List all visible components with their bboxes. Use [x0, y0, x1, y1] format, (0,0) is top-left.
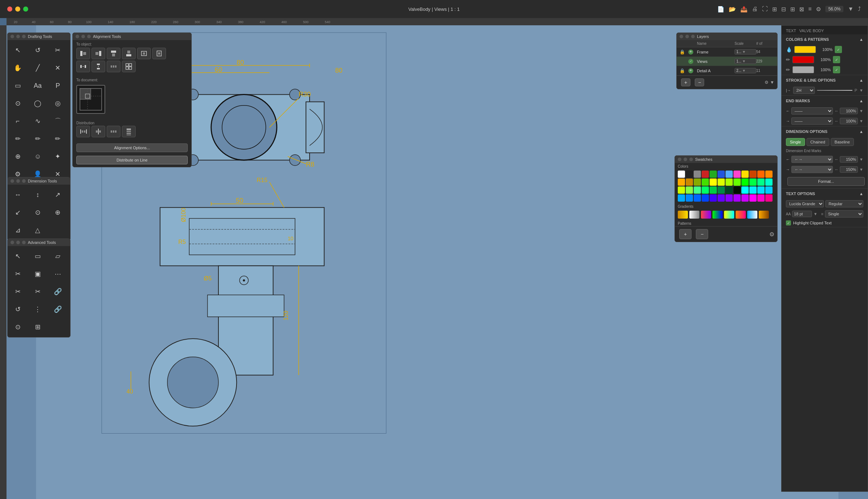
swatch-blue4[interactable]	[694, 194, 701, 202]
sw-expand-icon[interactable]	[689, 158, 693, 161]
adv-align-v-btn[interactable]: ⋮	[29, 301, 46, 318]
layers-close-icon[interactable]	[680, 35, 683, 38]
end-mark-end-size[interactable]	[840, 118, 858, 124]
swatches-settings-icon[interactable]: ⚙	[769, 231, 774, 238]
stroke-weight-select[interactable]: 2H H HB	[793, 87, 815, 94]
swatch-purple1[interactable]	[726, 194, 733, 202]
rect-tool[interactable]: ▭	[9, 77, 26, 94]
swatch-ltgrn2[interactable]	[694, 186, 701, 194]
brush-tool[interactable]: ✏	[49, 130, 67, 147]
dim-radius-btn[interactable]: ↙	[9, 204, 26, 221]
swatch-chartreuse[interactable]	[678, 186, 685, 194]
swatch-pink2[interactable]	[757, 194, 765, 202]
swatch-violet2[interactable]	[718, 194, 725, 202]
adv-crop-btn[interactable]: ▭	[29, 248, 46, 265]
swatch-purple3[interactable]	[741, 194, 749, 202]
align-equal-h-btn[interactable]	[107, 61, 120, 72]
swatch-cyan[interactable]	[741, 186, 749, 194]
settings-icon[interactable]: ⚙	[816, 6, 821, 13]
swatch-dkgrn3[interactable]	[726, 186, 733, 194]
circle-tool[interactable]: ⊙	[9, 95, 26, 112]
swatch-brightgreen[interactable]	[741, 178, 749, 186]
dim-end-start-select[interactable]: ←→ → ←	[791, 156, 833, 163]
gradient-7[interactable]	[747, 211, 757, 219]
align-hcenter-btn[interactable]	[137, 48, 151, 59]
distrib-left-btn[interactable]	[76, 126, 90, 137]
adv-link-btn[interactable]: 🔗	[49, 283, 67, 300]
swatch-emerald[interactable]	[702, 186, 709, 194]
swatch-violet1[interactable]	[710, 194, 717, 202]
layers-options-icon[interactable]: ⚙	[765, 80, 769, 85]
swatch-grn1[interactable]	[749, 178, 757, 186]
dimension-options-header[interactable]: DIMENSION OPTIONS ▲	[782, 126, 868, 137]
gradient-6[interactable]	[736, 211, 746, 219]
node-tool[interactable]: ☺	[29, 148, 46, 165]
adv-group-btn[interactable]: ▣	[29, 265, 46, 283]
end-mark-end-stepper[interactable]: ▼	[859, 119, 863, 123]
align-grid-btn[interactable]	[122, 61, 136, 72]
dim-delta-btn[interactable]: △	[29, 221, 46, 239]
stroke-color-preview[interactable]	[792, 56, 814, 63]
swatch-yelgrn3[interactable]	[733, 178, 741, 186]
distrib-vertical-btn[interactable]	[122, 126, 136, 137]
dim-close-icon[interactable]	[10, 179, 14, 183]
rotate-tool[interactable]: ↺	[29, 42, 46, 59]
adv-more-btn[interactable]: ⋯	[49, 265, 67, 283]
swatch-black[interactable]	[686, 171, 693, 178]
swatch-grn2[interactable]	[757, 178, 765, 186]
minimize-button[interactable]	[15, 7, 20, 12]
arc-tool[interactable]: ◎	[49, 95, 67, 112]
swatch-green1[interactable]	[710, 171, 717, 178]
swatch-hotpink[interactable]	[765, 194, 773, 202]
align-top-btn[interactable]	[107, 48, 120, 59]
views-scale[interactable]: 1... ▼	[735, 59, 756, 64]
print-icon[interactable]: 🖨	[752, 6, 758, 12]
add-swatch-btn[interactable]: +	[679, 229, 692, 239]
adv-expand-icon[interactable]	[22, 241, 26, 244]
crosshair-tool[interactable]: ⊕	[9, 148, 26, 165]
align-minimize-icon[interactable]	[81, 35, 85, 38]
swatch-yelgrn1[interactable]	[718, 178, 725, 186]
swatch-gray[interactable]	[694, 171, 701, 178]
gradient-4[interactable]	[712, 211, 723, 219]
adv-trim-btn[interactable]: ✂	[29, 283, 46, 300]
dim-baseline-btn[interactable]: Baseline	[831, 138, 854, 146]
frame-scale[interactable]: 1... ▼	[735, 49, 756, 55]
fill-toggle-btn[interactable]: ✓	[835, 46, 842, 53]
view2-icon[interactable]: ⊞	[790, 6, 795, 13]
doc-align-tl[interactable]	[76, 85, 105, 114]
distrib-center-btn[interactable]	[92, 126, 105, 137]
gradient-2[interactable]	[689, 211, 699, 219]
point-tool[interactable]: P	[49, 77, 67, 94]
dim-minimize-icon[interactable]	[16, 179, 20, 183]
swatch-ltgrn1[interactable]	[686, 186, 693, 194]
font-family-select[interactable]: Lucida Grande Arial Helvetica	[786, 200, 824, 207]
swatch-grn3[interactable]	[765, 178, 773, 186]
swatch-blue2[interactable]	[678, 194, 685, 202]
swatch-ltblue1[interactable]	[726, 171, 733, 178]
detail-scale[interactable]: 2... ▼	[735, 68, 756, 73]
minimize-icon[interactable]	[16, 35, 20, 38]
swatch-gold[interactable]	[686, 178, 693, 186]
end-mark-end-select[interactable]: —— → ←	[791, 117, 833, 125]
dim-angle-btn[interactable]: ⊕	[49, 204, 67, 221]
view1-icon[interactable]: ⊟	[781, 6, 786, 13]
fill-color-preview[interactable]	[794, 46, 816, 53]
dim-chained-btn[interactable]: Chained	[807, 138, 829, 146]
font-size-stepper[interactable]: ▼	[813, 212, 817, 216]
distrib-right-btn[interactable]	[107, 126, 120, 137]
highlight-clipped-checkbox[interactable]: ✓	[786, 220, 791, 225]
align-left-btn[interactable]	[76, 48, 90, 59]
adv-close-icon[interactable]	[10, 241, 14, 244]
open-icon[interactable]: 📂	[729, 6, 736, 13]
stroke-style-dropdown[interactable]: ▼	[859, 88, 863, 93]
font-style-select[interactable]: Regular Bold Italic	[825, 200, 863, 207]
colors-patterns-header[interactable]: COLORS & PATTERNS ▲	[782, 34, 868, 44]
swatch-white[interactable]	[678, 171, 685, 178]
dim-diagonal-btn[interactable]: ↗	[49, 186, 67, 203]
text-tool[interactable]: Aa	[29, 77, 46, 94]
swatch-yelgrn2[interactable]	[726, 178, 733, 186]
dim-triangle-btn[interactable]: ⊿	[9, 221, 26, 239]
dim-circle-btn[interactable]: ⊙	[29, 204, 46, 221]
detail-eye-icon[interactable]: 👁	[688, 68, 693, 73]
